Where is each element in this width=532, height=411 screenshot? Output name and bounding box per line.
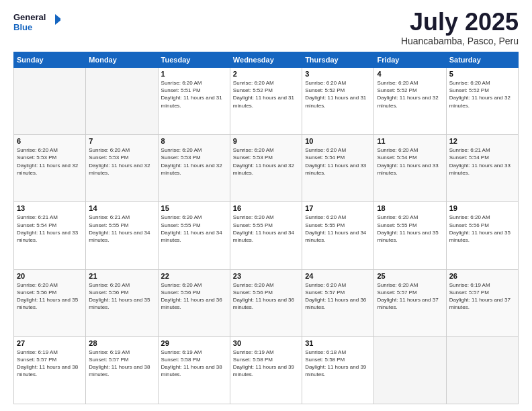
- table-row: 27Sunrise: 6:19 AM Sunset: 5:57 PM Dayli…: [14, 336, 86, 404]
- table-row: 3Sunrise: 6:20 AM Sunset: 5:52 PM Daylig…: [302, 68, 374, 135]
- day-number: 5: [449, 70, 515, 78]
- table-row: 2Sunrise: 6:20 AM Sunset: 5:52 PM Daylig…: [230, 68, 302, 135]
- table-row: 28Sunrise: 6:19 AM Sunset: 5:57 PM Dayli…: [86, 336, 158, 404]
- cell-info: Sunrise: 6:20 AM Sunset: 5:56 PM Dayligh…: [17, 281, 83, 312]
- calendar-week-4: 27Sunrise: 6:19 AM Sunset: 5:57 PM Dayli…: [14, 336, 519, 404]
- day-number: 28: [89, 339, 154, 347]
- table-row: 23Sunrise: 6:20 AM Sunset: 5:56 PM Dayli…: [230, 269, 302, 336]
- table-row: 8Sunrise: 6:20 AM Sunset: 5:53 PM Daylig…: [158, 135, 230, 202]
- day-number: 20: [17, 272, 83, 280]
- table-row: 10Sunrise: 6:20 AM Sunset: 5:54 PM Dayli…: [302, 135, 374, 202]
- cell-info: Sunrise: 6:20 AM Sunset: 5:56 PM Dayligh…: [449, 214, 515, 244]
- cell-info: Sunrise: 6:19 AM Sunset: 5:57 PM Dayligh…: [89, 349, 154, 379]
- cell-info: Sunrise: 6:20 AM Sunset: 5:53 PM Dayligh…: [233, 146, 299, 177]
- cell-info: Sunrise: 6:20 AM Sunset: 5:53 PM Dayligh…: [17, 146, 83, 177]
- table-row: [374, 336, 446, 404]
- table-row: 29Sunrise: 6:19 AM Sunset: 5:58 PM Dayli…: [158, 336, 230, 404]
- logo: General Blue: [13, 10, 60, 37]
- day-number: 21: [89, 272, 154, 280]
- day-number: 7: [89, 137, 154, 145]
- cell-info: Sunrise: 6:20 AM Sunset: 5:56 PM Dayligh…: [233, 281, 299, 312]
- table-row: 19Sunrise: 6:20 AM Sunset: 5:56 PM Dayli…: [446, 202, 518, 269]
- day-number: 31: [305, 339, 371, 347]
- table-row: [14, 68, 86, 135]
- cell-info: Sunrise: 6:21 AM Sunset: 5:54 PM Dayligh…: [17, 214, 83, 244]
- table-row: 15Sunrise: 6:20 AM Sunset: 5:55 PM Dayli…: [158, 202, 230, 269]
- table-row: 16Sunrise: 6:20 AM Sunset: 5:55 PM Dayli…: [230, 202, 302, 269]
- day-number: 30: [233, 339, 299, 347]
- table-row: 17Sunrise: 6:20 AM Sunset: 5:55 PM Dayli…: [302, 202, 374, 269]
- cell-info: Sunrise: 6:21 AM Sunset: 5:54 PM Dayligh…: [449, 146, 515, 177]
- table-row: 31Sunrise: 6:18 AM Sunset: 5:58 PM Dayli…: [302, 336, 374, 404]
- cell-info: Sunrise: 6:20 AM Sunset: 5:52 PM Dayligh…: [377, 79, 443, 109]
- cell-info: Sunrise: 6:20 AM Sunset: 5:52 PM Dayligh…: [305, 79, 371, 109]
- day-number: 17: [305, 204, 371, 212]
- cell-info: Sunrise: 6:19 AM Sunset: 5:58 PM Dayligh…: [161, 349, 227, 379]
- day-number: 12: [449, 137, 515, 145]
- table-row: 7Sunrise: 6:20 AM Sunset: 5:53 PM Daylig…: [86, 135, 158, 202]
- cell-info: Sunrise: 6:20 AM Sunset: 5:53 PM Dayligh…: [89, 146, 154, 177]
- table-row: 30Sunrise: 6:19 AM Sunset: 5:58 PM Dayli…: [230, 336, 302, 404]
- day-number: 10: [305, 137, 371, 145]
- day-number: 19: [449, 204, 515, 212]
- svg-text:Blue: Blue: [13, 22, 32, 32]
- calendar-week-3: 20Sunrise: 6:20 AM Sunset: 5:56 PM Dayli…: [14, 269, 519, 336]
- table-row: 24Sunrise: 6:20 AM Sunset: 5:57 PM Dayli…: [302, 269, 374, 336]
- table-row: 6Sunrise: 6:20 AM Sunset: 5:53 PM Daylig…: [14, 135, 86, 202]
- cell-info: Sunrise: 6:20 AM Sunset: 5:56 PM Dayligh…: [161, 281, 227, 312]
- table-row: [86, 68, 158, 135]
- location: Huancabamba, Pasco, Peru: [401, 36, 519, 46]
- svg-marker-2: [55, 14, 60, 25]
- cell-info: Sunrise: 6:20 AM Sunset: 5:52 PM Dayligh…: [449, 79, 515, 109]
- calendar-table: Sunday Monday Tuesday Wednesday Thursday…: [13, 52, 519, 404]
- table-row: 18Sunrise: 6:20 AM Sunset: 5:55 PM Dayli…: [374, 202, 446, 269]
- cell-info: Sunrise: 6:20 AM Sunset: 5:55 PM Dayligh…: [233, 214, 299, 244]
- day-number: 11: [377, 137, 443, 145]
- table-row: [446, 336, 518, 404]
- cell-info: Sunrise: 6:20 AM Sunset: 5:53 PM Dayligh…: [161, 146, 227, 177]
- cell-info: Sunrise: 6:19 AM Sunset: 5:57 PM Dayligh…: [17, 349, 83, 379]
- cell-info: Sunrise: 6:20 AM Sunset: 5:56 PM Dayligh…: [89, 281, 154, 312]
- day-number: 23: [233, 272, 299, 280]
- table-row: 25Sunrise: 6:20 AM Sunset: 5:57 PM Dayli…: [374, 269, 446, 336]
- header-row: Sunday Monday Tuesday Wednesday Thursday…: [14, 52, 519, 68]
- title-block: July 2025 Huancabamba, Pasco, Peru: [401, 10, 519, 46]
- col-tuesday: Tuesday: [158, 52, 230, 68]
- day-number: 16: [233, 204, 299, 212]
- day-number: 2: [233, 70, 299, 78]
- table-row: 9Sunrise: 6:20 AM Sunset: 5:53 PM Daylig…: [230, 135, 302, 202]
- day-number: 18: [377, 204, 443, 212]
- cell-info: Sunrise: 6:20 AM Sunset: 5:57 PM Dayligh…: [377, 281, 443, 312]
- table-row: 21Sunrise: 6:20 AM Sunset: 5:56 PM Dayli…: [86, 269, 158, 336]
- day-number: 8: [161, 137, 227, 145]
- day-number: 6: [17, 137, 83, 145]
- day-number: 24: [305, 272, 371, 280]
- col-thursday: Thursday: [302, 52, 374, 68]
- cell-info: Sunrise: 6:20 AM Sunset: 5:55 PM Dayligh…: [161, 214, 227, 244]
- table-row: 5Sunrise: 6:20 AM Sunset: 5:52 PM Daylig…: [446, 68, 518, 135]
- table-row: 14Sunrise: 6:21 AM Sunset: 5:55 PM Dayli…: [86, 202, 158, 269]
- month-title: July 2025: [401, 10, 519, 34]
- cell-info: Sunrise: 6:20 AM Sunset: 5:54 PM Dayligh…: [377, 146, 443, 177]
- table-row: 11Sunrise: 6:20 AM Sunset: 5:54 PM Dayli…: [374, 135, 446, 202]
- calendar-week-1: 6Sunrise: 6:20 AM Sunset: 5:53 PM Daylig…: [14, 135, 519, 202]
- day-number: 14: [89, 204, 154, 212]
- day-number: 27: [17, 339, 83, 347]
- table-row: 20Sunrise: 6:20 AM Sunset: 5:56 PM Dayli…: [14, 269, 86, 336]
- svg-text:General: General: [13, 12, 46, 22]
- table-row: 4Sunrise: 6:20 AM Sunset: 5:52 PM Daylig…: [374, 68, 446, 135]
- cell-info: Sunrise: 6:20 AM Sunset: 5:54 PM Dayligh…: [305, 146, 371, 177]
- col-friday: Friday: [374, 52, 446, 68]
- col-wednesday: Wednesday: [230, 52, 302, 68]
- col-sunday: Sunday: [14, 52, 86, 68]
- cell-info: Sunrise: 6:21 AM Sunset: 5:55 PM Dayligh…: [89, 214, 154, 244]
- cell-info: Sunrise: 6:19 AM Sunset: 5:57 PM Dayligh…: [449, 281, 515, 312]
- col-saturday: Saturday: [446, 52, 518, 68]
- day-number: 15: [161, 204, 227, 212]
- header: General Blue July 2025 Huancabamba, Pasc…: [13, 10, 519, 46]
- day-number: 26: [449, 272, 515, 280]
- table-row: 12Sunrise: 6:21 AM Sunset: 5:54 PM Dayli…: [446, 135, 518, 202]
- cell-info: Sunrise: 6:20 AM Sunset: 5:55 PM Dayligh…: [305, 214, 371, 244]
- cell-info: Sunrise: 6:20 AM Sunset: 5:52 PM Dayligh…: [233, 79, 299, 109]
- day-number: 13: [17, 204, 83, 212]
